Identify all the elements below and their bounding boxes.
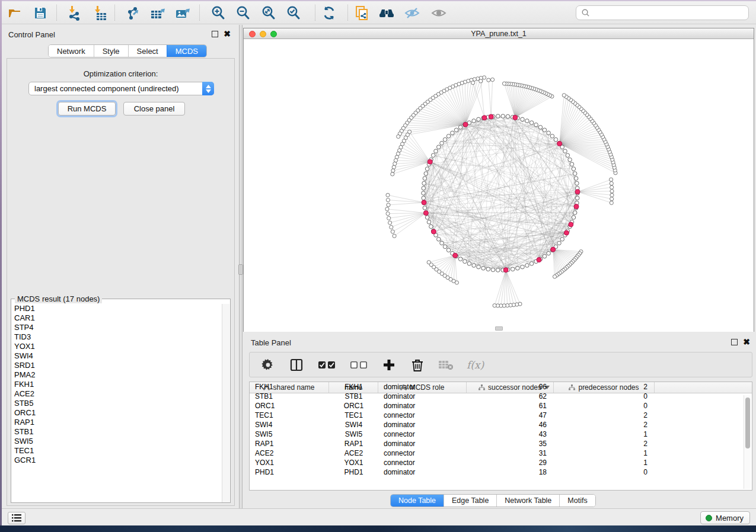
table-cell: 1 [554, 430, 655, 439]
close-panel-icon[interactable]: ✖ [224, 31, 231, 37]
export-table-icon[interactable] [148, 3, 168, 23]
mcds-result-item[interactable]: PHD1 [14, 304, 222, 313]
mcds-result-item[interactable]: STB1 [14, 427, 222, 437]
table-cell: RAP1 [329, 439, 378, 448]
global-search-field[interactable] [576, 5, 749, 20]
tab-select[interactable]: Select [128, 45, 167, 57]
table-row[interactable]: PHD1PHD1dominator180 [250, 467, 752, 477]
memory-button[interactable]: Memory [700, 511, 750, 524]
select-all-checkboxes-icon[interactable] [317, 357, 336, 373]
mcds-result-scrollbar[interactable] [222, 304, 229, 502]
table-cell: 1 [554, 448, 655, 458]
mcds-result-item[interactable]: ORC1 [14, 408, 222, 418]
table-row[interactable]: SWI4SWI4dominator462 [250, 420, 752, 430]
table-cell: dominator [378, 401, 467, 411]
search-input[interactable] [590, 7, 748, 19]
network-canvas[interactable] [244, 40, 754, 332]
tab-style[interactable]: Style [94, 45, 128, 57]
zoom-selected-icon[interactable] [283, 3, 304, 23]
table-row[interactable]: RAP1RAP1dominator352 [250, 439, 752, 448]
mcds-result-item[interactable]: SWI5 [14, 437, 222, 446]
horizontal-splitter-grip[interactable] [495, 326, 503, 331]
tab-motifs[interactable]: Motifs [559, 495, 595, 507]
close-panel-button[interactable]: Close panel [123, 102, 185, 116]
list-icon [12, 514, 21, 522]
tab-node-table[interactable]: Node Table [391, 495, 444, 507]
tab-mcds[interactable]: MCDS [167, 45, 206, 57]
table-cell: dominator [378, 467, 467, 477]
optimization-criterion-select[interactable]: largest connected component (undirected) [28, 82, 214, 95]
network-window-titlebar[interactable]: YPA_prune.txt_1 [244, 28, 754, 39]
hide-eye-icon[interactable] [402, 3, 422, 23]
delete-column-icon[interactable] [410, 357, 425, 373]
command-list-button[interactable] [8, 512, 25, 524]
control-panel: Control Panel ✖ NetworkStyleSelectMCDS O… [2, 25, 239, 508]
mcds-result-item[interactable]: STP4 [14, 323, 222, 332]
export-network-icon[interactable] [123, 3, 143, 23]
mcds-result-item[interactable]: ACE2 [14, 389, 222, 399]
table-toolbar: f(x) [249, 352, 752, 377]
add-column-icon[interactable] [381, 357, 397, 373]
run-mcds-button[interactable]: Run MCDS [58, 102, 116, 116]
network-window-title: YPA_prune.txt_1 [244, 30, 754, 38]
mcds-result-item[interactable]: PMA2 [14, 370, 222, 380]
table-cell: dominator [378, 439, 467, 448]
zoom-fit-icon[interactable] [259, 3, 279, 23]
open-session-icon[interactable] [5, 3, 25, 23]
tab-network-table[interactable]: Network Table [496, 495, 559, 507]
table-row[interactable]: ACE2ACE2connector311 [250, 448, 752, 458]
mcds-result-item[interactable]: TID3 [14, 332, 222, 342]
table-cell: 0 [554, 392, 655, 401]
table-row[interactable]: YOX1YOX1connector291 [250, 458, 752, 467]
toolbar-separator [56, 5, 57, 21]
mcds-result-item[interactable]: CAR1 [14, 313, 222, 323]
table-row[interactable]: STB1STB1dominator620 [250, 392, 752, 401]
mcds-result-item[interactable]: SRD1 [14, 361, 222, 370]
tab-edge-table[interactable]: Edge Table [444, 495, 496, 507]
import-network-icon[interactable] [64, 3, 84, 23]
close-panel-icon[interactable]: ✖ [743, 339, 750, 345]
mcds-result-item[interactable]: FKH1 [14, 380, 222, 389]
tab-network[interactable]: Network [49, 45, 94, 57]
update-view-icon[interactable] [319, 3, 339, 23]
deselect-all-checkboxes-icon[interactable] [349, 357, 368, 373]
mcds-result-item[interactable]: RAP1 [14, 418, 222, 427]
mcds-result-item[interactable]: SWI4 [14, 351, 222, 361]
search-icon [581, 8, 590, 17]
splitter-grip[interactable] [238, 264, 243, 275]
table-scrollbar-thumb[interactable] [745, 398, 750, 448]
table-cell: 29 [467, 458, 554, 467]
table-cell: TEC1 [250, 411, 329, 420]
column-view-icon[interactable] [289, 357, 304, 373]
table-cell: SWI4 [250, 420, 329, 430]
table-cell: STB1 [250, 392, 329, 401]
save-session-icon[interactable] [30, 3, 50, 23]
table-row[interactable]: TEC1TEC1connector472 [250, 411, 752, 420]
share-document-icon[interactable] [352, 3, 372, 23]
table-row[interactable]: SWI5SWI5connector431 [250, 430, 752, 439]
mcds-result-item[interactable]: YOX1 [14, 342, 222, 351]
float-panel-icon[interactable] [731, 339, 738, 345]
float-panel-icon[interactable] [212, 31, 218, 37]
table-cell: 1 [554, 458, 655, 467]
search-binoculars-icon[interactable] [377, 3, 397, 23]
table-scrollbar[interactable] [744, 395, 751, 489]
table-settings-gear-icon[interactable] [260, 357, 276, 373]
import-table-icon[interactable] [90, 3, 110, 23]
zoom-out-icon[interactable] [233, 3, 253, 23]
mcds-result-item[interactable]: STB5 [14, 399, 222, 408]
show-eye-icon[interactable] [429, 3, 449, 23]
mcds-result-list[interactable]: PHD1CAR1STP4TID3YOX1SWI4SRD1PMA2FKH1ACE2… [12, 304, 222, 502]
table-row[interactable]: FKH1FKH1dominator962 [250, 382, 752, 392]
zoom-in-icon[interactable] [208, 3, 228, 23]
mcds-result-item[interactable]: GCR1 [14, 456, 222, 465]
table-cell: SWI5 [250, 430, 329, 439]
table-cell: PHD1 [329, 467, 378, 477]
export-image-icon[interactable] [173, 3, 193, 23]
select-stepper-icon [202, 82, 214, 95]
optimization-criterion-value: largest connected component (undirected) [29, 84, 202, 93]
table-row[interactable]: ORC1ORC1dominator610 [250, 401, 752, 411]
toolbar-separator [114, 5, 115, 21]
mcds-result-item[interactable]: TEC1 [14, 446, 222, 456]
table-cell: SWI5 [329, 430, 378, 439]
